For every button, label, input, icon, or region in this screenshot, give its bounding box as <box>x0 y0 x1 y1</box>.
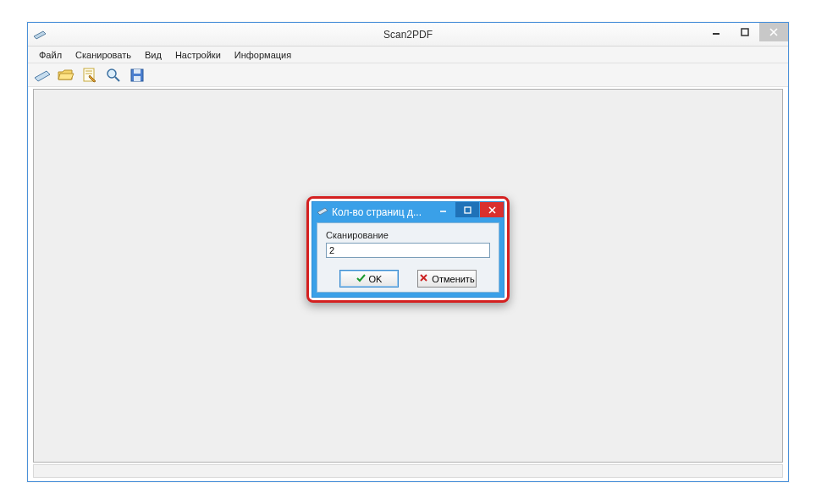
dialog-body: Сканирование OK Отменить <box>317 222 499 293</box>
dialog-highlight-frame: Кол-во страниц д... Сканирование <box>306 196 510 303</box>
close-button[interactable] <box>759 23 788 41</box>
dialog-window-controls <box>430 202 504 217</box>
svg-point-7 <box>108 69 116 78</box>
menubar: Файл Сканировать Вид Настройки Информаци… <box>28 47 788 63</box>
check-icon <box>356 273 366 284</box>
maximize-button[interactable] <box>731 23 759 41</box>
minimize-button[interactable] <box>702 23 731 41</box>
page-count-dialog: Кол-во страниц д... Сканирование <box>312 201 504 298</box>
titlebar: Scan2PDF <box>28 23 788 47</box>
statusbar <box>33 464 783 478</box>
toolbar <box>28 63 788 87</box>
svg-line-8 <box>115 77 119 81</box>
dialog-titlebar: Кол-во страниц д... <box>312 202 504 222</box>
svg-rect-13 <box>465 207 471 213</box>
menu-info[interactable]: Информация <box>229 48 297 62</box>
svg-rect-1 <box>742 29 748 36</box>
cross-icon <box>419 273 428 284</box>
dialog-maximize-button[interactable] <box>455 202 479 217</box>
window-title: Scan2PDF <box>28 29 788 41</box>
scanner-app-icon <box>33 28 47 41</box>
magnifier-icon[interactable] <box>104 66 123 85</box>
menu-file[interactable]: Файл <box>33 48 68 62</box>
dialog-button-row: OK Отменить <box>326 270 490 288</box>
dialog-title: Кол-во страниц д... <box>332 206 422 218</box>
menu-settings[interactable]: Настройки <box>169 48 227 62</box>
folder-open-icon[interactable] <box>57 66 75 85</box>
cancel-label: Отменить <box>432 274 474 284</box>
page-edit-icon[interactable] <box>80 66 99 85</box>
cancel-button[interactable]: Отменить <box>417 270 477 288</box>
svg-rect-10 <box>134 69 141 74</box>
dialog-close-button[interactable] <box>480 202 504 217</box>
page-count-input[interactable] <box>326 243 490 258</box>
scanner-icon <box>317 206 328 218</box>
menu-view[interactable]: Вид <box>139 48 168 62</box>
scan-label: Сканирование <box>326 230 490 240</box>
ok-button[interactable]: OK <box>339 270 399 288</box>
window-controls <box>702 23 788 41</box>
menu-scan[interactable]: Сканировать <box>69 48 137 62</box>
svg-rect-11 <box>134 76 141 81</box>
dialog-minimize-button[interactable] <box>431 202 455 217</box>
scanner-icon[interactable] <box>33 66 52 85</box>
ok-label: OK <box>369 274 383 284</box>
save-disk-icon[interactable] <box>128 66 146 85</box>
